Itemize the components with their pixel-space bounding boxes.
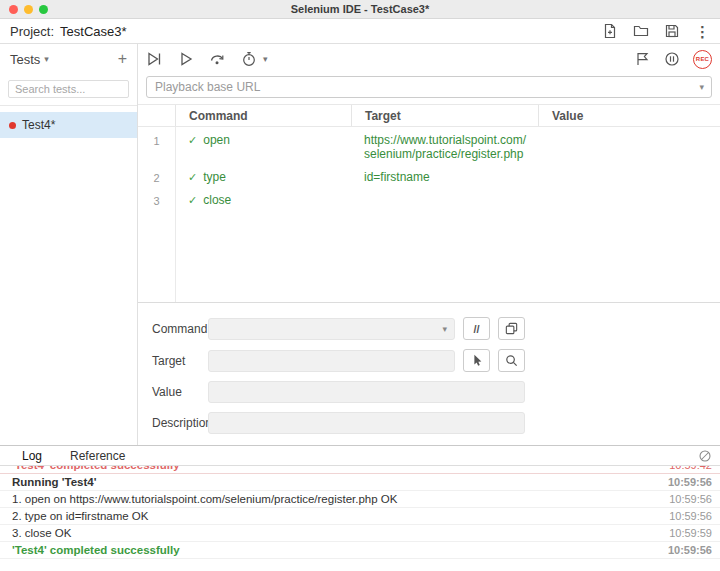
tab-log[interactable]: Log (8, 449, 56, 463)
cursor-icon (470, 353, 484, 368)
command-row[interactable]: 1✓openhttps://www.tutorialspoint.com/sel… (138, 127, 720, 164)
project-bar: Project: TestCase3* ⋮ (0, 19, 720, 44)
log-entry: 2. type on id=firstname OK10:59:56 (0, 508, 720, 525)
command-row[interactable]: 3✓close (138, 187, 720, 210)
log-entry-time: 10:59:59 (669, 527, 712, 539)
select-target-button[interactable] (463, 349, 490, 372)
target-cell: https://www.tutorialspoint.com/selenium/… (351, 127, 538, 164)
window-title: Selenium IDE - TestCase3* (0, 3, 720, 15)
command-table-body: 1✓openhttps://www.tutorialspoint.com/sel… (138, 127, 720, 303)
command-name: type (203, 170, 226, 184)
toggle-xpath-button[interactable]: // (463, 317, 490, 340)
value-field[interactable] (208, 381, 525, 403)
chevron-down-icon: ▾ (442, 324, 447, 334)
playback-base-url-input[interactable] (147, 77, 711, 97)
log-entry-text: 'Test4' completed successfully (12, 544, 660, 556)
log-entry-clipped: 'Test4' completed successfully 10:59:42 (0, 466, 720, 474)
clear-log-icon[interactable] (698, 449, 712, 463)
target-cell (351, 187, 538, 210)
log-panel: Log Reference 'Test4' completed successf… (0, 445, 720, 569)
command-cell: ✓close (175, 187, 351, 210)
command-column-header: Command (175, 105, 351, 126)
row-number-header (138, 105, 175, 126)
add-test-button[interactable]: + (118, 51, 127, 67)
recording-dot-icon (9, 122, 16, 129)
target-cell: id=firstname (351, 164, 538, 187)
run-current-test-icon[interactable] (178, 51, 194, 67)
run-all-tests-icon[interactable] (146, 51, 163, 67)
command-row[interactable]: 2✓typeid=firstname (138, 164, 720, 187)
main-panel: ▾ REC (138, 44, 720, 445)
value-column-header: Value (538, 105, 720, 126)
more-menu-icon[interactable]: ⋮ (695, 24, 710, 39)
copy-step-button[interactable] (498, 317, 525, 340)
record-button[interactable]: REC (693, 50, 712, 69)
pause-on-exceptions-icon[interactable] (664, 51, 680, 67)
tests-dropdown[interactable]: Tests (10, 52, 40, 67)
log-entry-time: 10:59:56 (668, 476, 712, 488)
value-input[interactable] (209, 382, 524, 402)
open-project-icon[interactable] (633, 23, 649, 39)
log-entry-text: 1. open on https://www.tutorialspoint.co… (12, 493, 661, 505)
log-entry-text: 2. type on id=firstname OK (12, 510, 661, 522)
command-cell: ✓open (175, 127, 351, 164)
row-number: 2 (138, 164, 175, 187)
selenium-ide-window: Selenium IDE - TestCase3* Project: TestC… (0, 0, 720, 571)
log-entry-time: 10:59:42 (669, 466, 712, 471)
description-field-label: Description (152, 416, 208, 430)
disable-breakpoints-icon[interactable] (634, 51, 651, 67)
row-number: 1 (138, 127, 175, 164)
command-name: open (203, 133, 230, 147)
test-speed-control[interactable]: ▾ (241, 51, 268, 67)
test-list-item[interactable]: Test4* (0, 112, 137, 138)
check-icon: ✓ (188, 171, 197, 183)
project-name: TestCase3* (60, 24, 126, 39)
chevron-down-icon: ▾ (44, 54, 49, 64)
zoom-window-button[interactable] (39, 5, 48, 14)
log-entry: Running 'Test4'10:59:56 (0, 474, 720, 491)
playback-base-url-field[interactable]: ▾ (146, 76, 712, 98)
log-entry: 3. close OK10:59:59 (0, 525, 720, 542)
log-entry-text: 3. close OK (12, 527, 661, 539)
chevron-down-icon: ▾ (699, 82, 704, 92)
minimize-window-button[interactable] (24, 5, 33, 14)
target-input[interactable] (209, 351, 454, 371)
command-field[interactable]: ▾ (208, 318, 455, 340)
stopwatch-icon (241, 51, 257, 67)
command-field-label: Command (152, 322, 208, 336)
value-field-label: Value (152, 385, 208, 399)
target-field-label: Target (152, 354, 208, 368)
log-entry: 1. open on https://www.tutorialspoint.co… (0, 491, 720, 508)
window-titlebar: Selenium IDE - TestCase3* (0, 0, 720, 19)
value-cell (538, 187, 720, 210)
command-input[interactable] (209, 319, 454, 339)
log-entry-time: 10:59:56 (668, 544, 712, 556)
row-number: 3 (138, 187, 175, 210)
log-entry-time: 10:59:56 (669, 493, 712, 505)
command-name: close (203, 193, 231, 207)
new-project-icon[interactable] (602, 23, 618, 39)
description-field[interactable] (208, 412, 525, 434)
log-entry-time: 10:59:56 (669, 510, 712, 522)
value-cell (538, 127, 720, 164)
tests-sidebar: Tests ▾ + Test4* (0, 44, 138, 445)
traffic-lights (9, 5, 48, 14)
test-list: Test4* (0, 106, 137, 138)
log-entry-text: 'Test4' completed successfully (12, 466, 669, 471)
step-over-icon[interactable] (209, 51, 226, 67)
value-cell (538, 164, 720, 187)
tab-reference[interactable]: Reference (56, 449, 139, 463)
find-target-button[interactable] (498, 349, 525, 372)
description-input[interactable] (209, 413, 524, 433)
command-cell: ✓type (175, 164, 351, 187)
log-tab-bar: Log Reference (0, 446, 720, 466)
close-window-button[interactable] (9, 5, 18, 14)
target-column-header: Target (351, 105, 538, 126)
target-field[interactable] (208, 350, 455, 372)
playback-toolbar: ▾ REC (138, 44, 720, 74)
search-tests-input[interactable] (8, 80, 129, 98)
command-table-header: Command Target Value (138, 104, 720, 127)
copy-icon (504, 321, 519, 336)
step-editor: Command ▾ // Target (138, 303, 720, 445)
save-project-icon[interactable] (664, 23, 680, 39)
